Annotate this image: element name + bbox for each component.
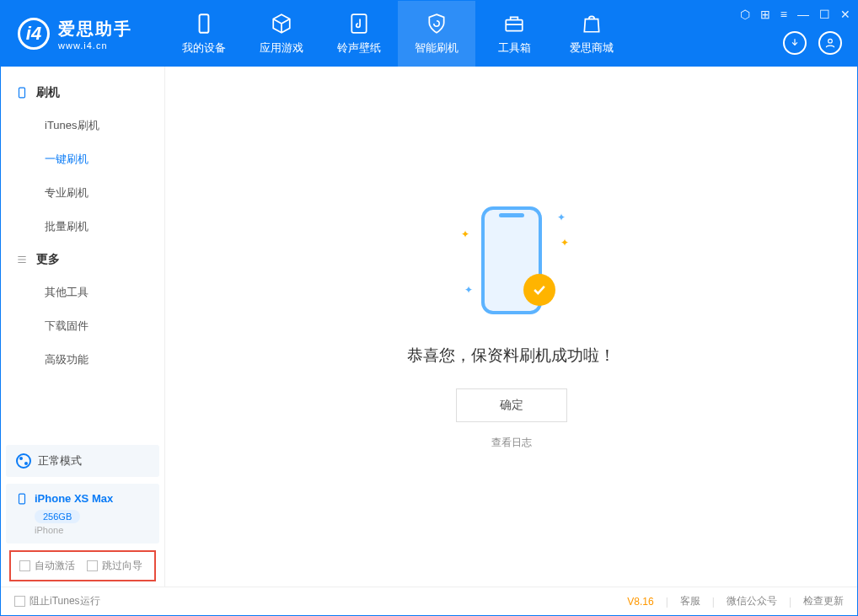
svg-rect-2 bbox=[506, 20, 523, 31]
device-row: iPhone XS Max bbox=[16, 492, 149, 505]
group-title: 更多 bbox=[36, 252, 60, 267]
tab-apps-games[interactable]: 应用游戏 bbox=[243, 1, 320, 67]
user-button[interactable] bbox=[818, 31, 842, 55]
main-content: ✦ ✦ ✦ ✦ 恭喜您，保资料刷机成功啦！ 确定 查看日志 bbox=[165, 67, 857, 587]
footer-right: V8.16 | 客服 | 微信公众号 | 检查更新 bbox=[627, 594, 844, 608]
maximize-button[interactable]: ☐ bbox=[819, 8, 830, 21]
group-title: 刷机 bbox=[36, 85, 60, 100]
device-type: iPhone bbox=[35, 525, 149, 535]
separator: | bbox=[666, 596, 668, 608]
tab-label: 工具箱 bbox=[498, 40, 531, 56]
mode-box[interactable]: 正常模式 bbox=[6, 445, 159, 477]
tshirt-icon[interactable]: ⬡ bbox=[740, 8, 750, 21]
device-icon bbox=[192, 12, 216, 35]
sparkle-icon: ✦ bbox=[557, 212, 566, 223]
svg-point-3 bbox=[829, 39, 833, 43]
success-message: 恭喜您，保资料刷机成功啦！ bbox=[407, 345, 615, 367]
sparkle-icon: ✦ bbox=[461, 228, 469, 240]
tab-label: 应用游戏 bbox=[260, 40, 303, 56]
device-name: iPhone XS Max bbox=[35, 492, 113, 505]
tab-smart-flash[interactable]: 智能刷机 bbox=[398, 1, 475, 67]
feedback-icon[interactable]: ⊞ bbox=[760, 8, 770, 21]
sidebar-item-batch-flash[interactable]: 批量刷机 bbox=[1, 210, 164, 244]
toolbox-icon bbox=[502, 12, 526, 35]
sidebar: 刷机 iTunes刷机 一键刷机 专业刷机 批量刷机 更多 其他工具 下载固件 … bbox=[1, 67, 165, 587]
version-label[interactable]: V8.16 bbox=[627, 596, 653, 608]
tab-label: 爱思商城 bbox=[570, 40, 614, 56]
tab-my-device[interactable]: 我的设备 bbox=[165, 1, 243, 67]
check-badge-icon bbox=[523, 274, 555, 306]
sidebar-item-pro-flash[interactable]: 专业刷机 bbox=[1, 176, 164, 210]
sidebar-group-flash: 刷机 bbox=[1, 77, 164, 109]
minimize-button[interactable]: — bbox=[797, 8, 809, 21]
svg-rect-5 bbox=[19, 494, 25, 504]
checkbox-skip-guide[interactable]: 跳过向导 bbox=[87, 559, 142, 573]
logo-icon: i4 bbox=[18, 18, 50, 50]
flash-options-row: 自动激活 跳过向导 bbox=[9, 550, 156, 581]
tab-label: 铃声壁纸 bbox=[337, 40, 381, 56]
mode-label: 正常模式 bbox=[38, 453, 82, 469]
nav-tabs: 我的设备 应用游戏 铃声壁纸 智能刷机 工具箱 爱思商城 bbox=[165, 1, 630, 67]
tab-label: 我的设备 bbox=[182, 40, 226, 56]
separator: | bbox=[789, 596, 791, 608]
tab-label: 智能刷机 bbox=[415, 40, 458, 56]
sidebar-item-advanced[interactable]: 高级功能 bbox=[1, 343, 164, 377]
sidebar-bottom: 正常模式 iPhone XS Max 256GB iPhone 自动激活 跳过向… bbox=[1, 440, 164, 587]
checkbox-box bbox=[14, 596, 25, 607]
header: i4 爱思助手 www.i4.cn 我的设备 应用游戏 铃声壁纸 智能刷机 bbox=[1, 1, 857, 67]
checkbox-label: 自动激活 bbox=[35, 559, 75, 573]
device-box[interactable]: iPhone XS Max 256GB iPhone bbox=[6, 484, 159, 544]
body-area: 刷机 iTunes刷机 一键刷机 专业刷机 批量刷机 更多 其他工具 下载固件 … bbox=[1, 67, 857, 587]
sidebar-item-itunes-flash[interactable]: iTunes刷机 bbox=[1, 109, 164, 142]
check-update-link[interactable]: 检查更新 bbox=[803, 594, 844, 608]
sidebar-item-download-firmware[interactable]: 下载固件 bbox=[1, 309, 164, 343]
sidebar-scroll: 刷机 iTunes刷机 一键刷机 专业刷机 批量刷机 更多 其他工具 下载固件 … bbox=[1, 67, 164, 440]
header-right-icons bbox=[783, 31, 842, 55]
checkbox-box bbox=[87, 560, 98, 571]
bag-icon bbox=[580, 12, 603, 35]
phone-icon bbox=[16, 87, 28, 99]
download-button[interactable] bbox=[783, 31, 807, 55]
mode-icon bbox=[16, 453, 31, 469]
checkbox-label: 阻止iTunes运行 bbox=[29, 594, 100, 608]
wechat-link[interactable]: 微信公众号 bbox=[727, 594, 777, 608]
checkbox-label: 跳过向导 bbox=[102, 559, 142, 573]
cube-icon bbox=[270, 12, 293, 35]
tab-ringtone-wallpaper[interactable]: 铃声壁纸 bbox=[320, 1, 398, 67]
svg-rect-1 bbox=[351, 14, 366, 33]
window-controls: ⬡ ⊞ ≡ — ☐ ✕ bbox=[740, 8, 850, 21]
checkbox-box bbox=[19, 560, 30, 571]
sidebar-group-more: 更多 bbox=[1, 244, 164, 276]
shield-refresh-icon bbox=[425, 12, 448, 35]
footer: 阻止iTunes运行 V8.16 | 客服 | 微信公众号 | 检查更新 bbox=[1, 587, 857, 615]
phone-small-icon bbox=[16, 493, 28, 505]
sparkle-icon: ✦ bbox=[560, 237, 569, 249]
svg-rect-0 bbox=[200, 14, 209, 33]
list-icon bbox=[16, 254, 28, 265]
music-file-icon bbox=[347, 12, 371, 35]
separator: | bbox=[712, 596, 715, 608]
tab-toolbox[interactable]: 工具箱 bbox=[475, 1, 553, 67]
logo-text: 爱思助手 www.i4.cn bbox=[58, 18, 132, 51]
checkbox-auto-activate[interactable]: 自动激活 bbox=[19, 559, 75, 573]
menu-icon[interactable]: ≡ bbox=[780, 8, 787, 21]
view-log-link[interactable]: 查看日志 bbox=[491, 436, 532, 450]
app-window: i4 爱思助手 www.i4.cn 我的设备 应用游戏 铃声壁纸 智能刷机 bbox=[0, 0, 858, 616]
logo-area: i4 爱思助手 www.i4.cn bbox=[1, 18, 165, 51]
checkbox-block-itunes[interactable]: 阻止iTunes运行 bbox=[14, 594, 100, 608]
sparkle-icon: ✦ bbox=[464, 284, 473, 296]
app-subtitle: www.i4.cn bbox=[58, 40, 132, 51]
support-link[interactable]: 客服 bbox=[680, 594, 700, 608]
sidebar-item-other-tools[interactable]: 其他工具 bbox=[1, 276, 164, 309]
app-title: 爱思助手 bbox=[58, 18, 132, 40]
ok-button[interactable]: 确定 bbox=[456, 388, 567, 422]
tab-store[interactable]: 爱思商城 bbox=[553, 1, 630, 67]
close-button[interactable]: ✕ bbox=[840, 8, 850, 21]
device-storage-badge: 256GB bbox=[35, 510, 80, 523]
success-illustration: ✦ ✦ ✦ ✦ bbox=[453, 203, 571, 321]
svg-rect-4 bbox=[19, 88, 25, 98]
sidebar-item-oneclick-flash[interactable]: 一键刷机 bbox=[1, 142, 164, 176]
